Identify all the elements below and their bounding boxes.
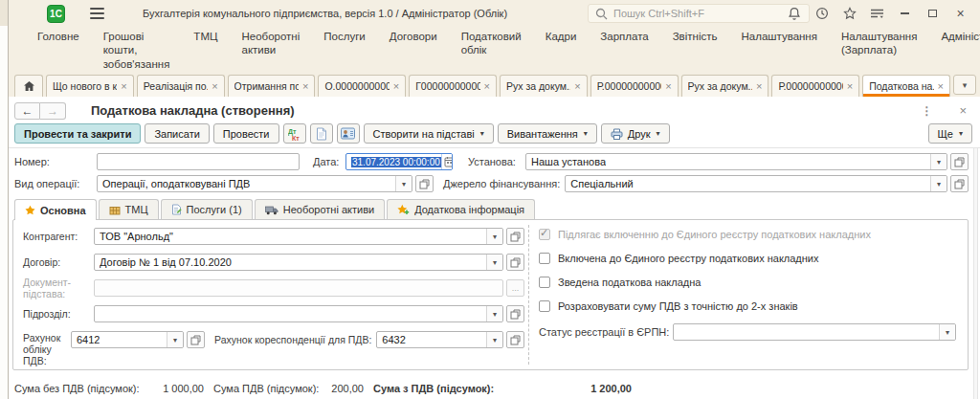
create-based-on-button[interactable]: Створити на підставі ▾	[364, 123, 494, 144]
tab-close-icon[interactable]: ×	[302, 81, 308, 92]
menu-item[interactable]: Налаштування	[741, 30, 816, 71]
dropdown-button[interactable]: ▾	[395, 176, 412, 191]
department-field[interactable]: ▾	[94, 305, 503, 322]
menu-item[interactable]: Послуги	[323, 30, 366, 71]
tab-close-icon[interactable]: ×	[393, 81, 399, 92]
date-field[interactable]: 31.07.2023 00:00:00	[345, 153, 453, 170]
vat-corr-account-field[interactable]: 6432 ▾	[376, 331, 503, 348]
menu-item[interactable]: Головне	[37, 30, 79, 71]
browser-tab[interactable]: Рух за докум... ×	[500, 75, 588, 97]
tab-close-icon[interactable]: ×	[847, 81, 853, 92]
menu-item[interactable]: Адміністрування	[941, 30, 980, 71]
checkbox[interactable]: ✓	[539, 277, 550, 288]
menu-item[interactable]: Грошові кошти, зобов'язання	[103, 30, 170, 71]
notifications-bell-icon[interactable]	[780, 0, 808, 27]
contract-field[interactable]: Договір № 1 від 07.10.2020 ▾	[94, 254, 503, 271]
close-window-button[interactable]: ×	[947, 0, 974, 27]
menu-item[interactable]: Необоротні активи	[241, 30, 300, 71]
erpn-status-field[interactable]: ▾	[673, 323, 956, 341]
back-button[interactable]: ←	[14, 102, 40, 120]
tab-close-icon[interactable]: ×	[665, 81, 671, 92]
open-choose-button[interactable]	[506, 331, 524, 348]
write-button[interactable]: Записати	[145, 123, 209, 144]
open-choose-button[interactable]	[506, 305, 524, 322]
menu-item[interactable]: Звітність	[673, 30, 718, 71]
post-button[interactable]: Провести	[213, 123, 279, 144]
tab-overflow-button[interactable]: ▾	[953, 75, 976, 95]
dtkt-postings-button[interactable]: ДтКт	[283, 123, 306, 144]
dropdown-button[interactable]: ▾	[939, 324, 955, 340]
dropdown-button[interactable]: ▾	[167, 332, 183, 347]
tab-close-icon[interactable]: ×	[212, 81, 217, 92]
dropdown-button[interactable]: ▾	[486, 229, 502, 244]
browser-tab[interactable]: Р.000000000002 ×	[771, 75, 859, 97]
home-tab[interactable]	[14, 75, 43, 97]
institution-field[interactable]: Наша установа ▾	[525, 153, 947, 170]
open-choose-button[interactable]	[950, 153, 969, 170]
favorites-star-icon[interactable]	[835, 0, 863, 27]
contact-card-button[interactable]	[337, 123, 360, 144]
open-choose-button[interactable]	[950, 175, 969, 192]
browser-tab[interactable]: Податкова на... ×	[862, 75, 950, 97]
browser-tab[interactable]: Р.000000000001 ×	[590, 75, 679, 97]
document-structure-button[interactable]	[310, 123, 333, 144]
checkbox[interactable]: ✓	[539, 229, 550, 240]
form-tab[interactable]: Основна	[14, 199, 97, 220]
menu-item[interactable]: Договори	[390, 30, 437, 71]
open-choose-button[interactable]	[187, 331, 205, 348]
print-button[interactable]: Друк ▾	[601, 123, 670, 144]
checkbox[interactable]: ✓	[539, 253, 550, 264]
funding-source-label: Джерело фінансування:	[443, 178, 560, 189]
menu-item[interactable]: Зарплата	[600, 30, 648, 71]
post-and-close-button[interactable]: Провести та закрити	[14, 123, 141, 144]
dropdown-button[interactable]: ▾	[930, 176, 947, 191]
tab-close-icon[interactable]: ×	[756, 81, 762, 92]
global-search-input[interactable]: Пошук Ctrl+Shift+F	[588, 4, 810, 23]
ellipsis-button[interactable]: ...	[506, 279, 524, 297]
browser-tab[interactable]: Реалізація по... ×	[137, 75, 225, 97]
menu-item[interactable]: ТМЦ	[193, 30, 217, 71]
minimize-button[interactable]	[891, 0, 919, 27]
number-field[interactable]	[97, 153, 300, 170]
tab-close-icon[interactable]: ×	[938, 81, 944, 92]
browser-tab[interactable]: Рух за докум... ×	[681, 75, 769, 97]
open-choose-button[interactable]	[506, 228, 524, 245]
kebab-menu-icon[interactable]: ⋮	[921, 104, 932, 118]
browser-tab[interactable]: Що нового в к... ×	[46, 75, 134, 97]
browser-tab[interactable]: О.000000000002 ×	[318, 75, 406, 97]
hamburger-menu-icon[interactable]	[90, 8, 104, 19]
browser-tab[interactable]: Г0000000000001 ×	[409, 75, 497, 97]
calendar-button[interactable]	[441, 154, 453, 169]
contractor-field[interactable]: ТОВ "Арнольд" ▾	[94, 228, 503, 245]
form-tab[interactable]: Додаткова інформація	[387, 199, 535, 219]
more-button[interactable]: Ще ▾	[928, 123, 972, 144]
dropdown-button[interactable]: ▾	[486, 255, 502, 270]
tab-close-icon[interactable]: ×	[121, 81, 126, 92]
vat-sum-label: Сума ПДВ (підсумок):	[213, 383, 321, 394]
form-tab[interactable]: ТМЦ	[99, 199, 159, 219]
menu-item[interactable]: Податковий облік	[461, 30, 522, 71]
open-choose-button[interactable]	[415, 175, 434, 192]
open-choose-button[interactable]	[506, 254, 524, 271]
history-clock-icon[interactable]	[808, 0, 835, 27]
checkbox[interactable]: ✓	[539, 300, 550, 312]
operation-kind-field[interactable]: Операції, оподатковувані ПДВ ▾	[97, 175, 412, 192]
vat-account-field[interactable]: 6412 ▾	[71, 331, 184, 348]
tab-close-icon[interactable]: ×	[484, 81, 490, 92]
maximize-button[interactable]	[919, 0, 947, 27]
dropdown-button[interactable]: ▾	[486, 332, 502, 347]
functions-menu-icon[interactable]	[863, 0, 891, 27]
menu-item[interactable]: Налаштування (Зарплата)	[841, 30, 917, 71]
forward-button[interactable]: →	[40, 102, 66, 120]
dropdown-button[interactable]: ▾	[486, 306, 502, 321]
vertical-scrollbar[interactable]	[973, 148, 978, 399]
dropdown-button[interactable]: ▾	[930, 154, 947, 169]
form-tab[interactable]: Необоротні активи	[255, 199, 385, 219]
unload-button[interactable]: Вивантаження ▾	[498, 123, 597, 144]
menu-item[interactable]: Кадри	[546, 30, 577, 71]
funding-source-field[interactable]: Спеціальний ▾	[565, 175, 947, 192]
form-tab[interactable]: Послуги (1)	[161, 199, 253, 219]
tab-close-icon[interactable]: ×	[574, 81, 580, 92]
browser-tab[interactable]: Отримання по... ×	[228, 75, 316, 97]
document-close-icon[interactable]: ×	[959, 103, 967, 118]
